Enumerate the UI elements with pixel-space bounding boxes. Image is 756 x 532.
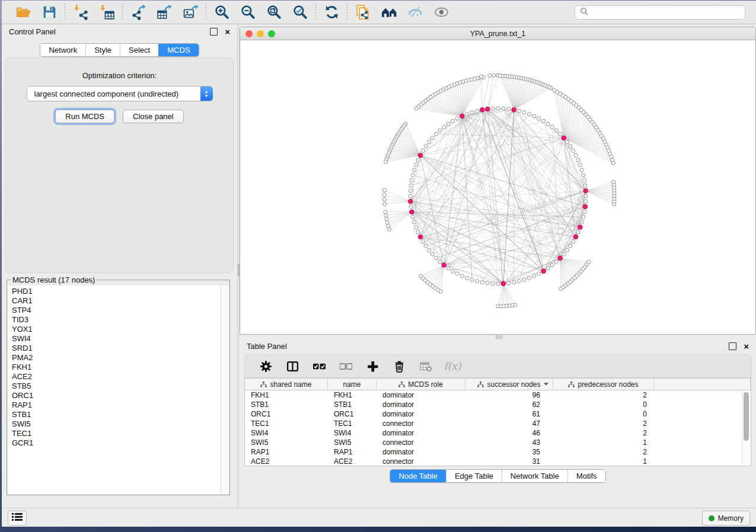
table-scrollbar-thumb[interactable] <box>744 392 749 441</box>
mcds-result-item[interactable]: SRD1 <box>12 344 221 353</box>
graphics-details-toggle-button[interactable] <box>407 4 423 21</box>
memory-button[interactable]: Memory <box>702 511 750 525</box>
mcds-result-item[interactable]: STP4 <box>12 306 221 315</box>
tab-network[interactable]: Network <box>40 44 85 56</box>
table-settings-gear-button[interactable] <box>259 360 272 373</box>
zoom-out-button[interactable] <box>240 4 256 21</box>
task-history-button[interactable] <box>8 511 27 525</box>
mcds-result-item[interactable]: STB1 <box>12 410 221 419</box>
mcds-result-item[interactable]: FKH1 <box>12 363 221 372</box>
mcds-result-item[interactable]: TID3 <box>12 315 221 325</box>
table-cell: 35 <box>465 447 553 457</box>
mcds-result-item[interactable]: TEC1 <box>12 429 221 438</box>
network-file-share-button[interactable] <box>355 4 371 21</box>
delete-columns-button[interactable] <box>393 360 406 373</box>
add-column-button[interactable] <box>366 360 379 373</box>
refresh-network-button[interactable] <box>323 4 340 21</box>
mcds-result-item[interactable]: ACE2 <box>12 372 221 382</box>
zoom-selected-button[interactable] <box>292 4 308 21</box>
mcds-result-item[interactable]: SWI5 <box>12 419 221 429</box>
column-header-predecessor-nodes[interactable]: predecessor nodes <box>553 379 654 390</box>
open-file-button[interactable] <box>15 4 31 21</box>
mcds-result-item[interactable]: GCR1 <box>12 438 221 448</box>
control-panel-header: Control Panel × <box>2 24 237 39</box>
zoom-in-button[interactable] <box>213 4 230 21</box>
table-cell: 1 <box>553 457 654 466</box>
table-row[interactable]: SWI4SWI4dominator462 <box>245 428 751 438</box>
table-scrollbar[interactable] <box>742 390 750 465</box>
tab-select[interactable]: Select <box>120 44 158 56</box>
horizontal-splitter-handle[interactable] <box>496 334 502 339</box>
table-panel: Table Panel × f(x) shared namenameMCDS r… <box>240 339 756 508</box>
optimization-criterion-select[interactable]: largest connected component (undirected)… <box>27 86 213 101</box>
tab-mcds[interactable]: MCDS <box>158 44 198 56</box>
birds-eye-view-button[interactable] <box>433 4 449 21</box>
mcds-result-item[interactable]: CAR1 <box>12 296 221 306</box>
zoom-fit-button[interactable] <box>266 4 282 21</box>
table-row[interactable]: STB1STB1dominator620 <box>245 400 751 409</box>
close-panel-icon[interactable]: × <box>225 28 230 35</box>
tab-edge-table[interactable]: Edge Table <box>446 470 502 482</box>
search-input[interactable] <box>592 8 740 17</box>
control-panel-tabbar: NetworkStyleSelectMCDS <box>2 43 237 57</box>
show-columns-icon <box>286 360 299 373</box>
network-canvas[interactable] <box>240 40 755 334</box>
deselect-all-checkboxes-button[interactable] <box>339 360 352 373</box>
right-column: YPA_prune.txt_1 Table Panel × f(x) share… <box>240 24 756 508</box>
table-row[interactable]: ORC1ORC1dominator610 <box>245 409 751 419</box>
optimization-criterion-label: Optimization criterion: <box>6 71 233 80</box>
close-panel-button[interactable]: Close panel <box>123 110 184 123</box>
mcds-result-item[interactable]: SWI4 <box>12 334 221 344</box>
table-row[interactable]: TEC1TEC1connector472 <box>245 419 751 428</box>
show-columns-button[interactable] <box>286 360 299 373</box>
double-home-button[interactable] <box>381 4 397 21</box>
mcds-result-item[interactable]: YOX1 <box>12 325 221 334</box>
search-field[interactable] <box>575 5 745 20</box>
function-builder-button: f(x) <box>446 360 459 373</box>
export-table-icon <box>157 4 173 20</box>
mcds-result-list[interactable]: PHD1CAR1STP4TID3YOX1SWI4SRD1PMA2FKH1ACE2… <box>8 286 221 494</box>
table-cell: 2 <box>553 428 654 438</box>
table-row[interactable]: FKH1FKH1dominator962 <box>245 390 751 400</box>
float-panel-icon[interactable] <box>210 28 218 36</box>
delete-table-button <box>419 360 432 373</box>
table-cell: 31 <box>465 457 553 466</box>
select-all-checkboxes-button[interactable] <box>312 360 326 373</box>
column-header-successor-nodes[interactable]: successor nodes <box>465 379 553 390</box>
table-row[interactable]: ACE2ACE2connector311 <box>245 457 751 466</box>
tab-style[interactable]: Style <box>85 44 120 56</box>
network-title: YPA_prune.txt_1 <box>240 30 755 38</box>
table-row[interactable]: SWI5SWI5connector431 <box>245 438 751 447</box>
add-column-icon <box>366 360 379 373</box>
export-network-button[interactable] <box>130 4 146 21</box>
zoom-in-icon <box>214 4 230 20</box>
memory-status-dot <box>709 515 714 521</box>
mcds-list-scrollbar[interactable] <box>221 286 229 494</box>
column-header-MCDS-role[interactable]: MCDS role <box>377 379 465 390</box>
float-table-panel-icon[interactable] <box>729 342 736 350</box>
mcds-result-item[interactable]: PHD1 <box>12 287 221 296</box>
close-table-panel-icon[interactable]: × <box>744 343 749 350</box>
tab-network-table[interactable]: Network Table <box>502 470 567 482</box>
network-window-titlebar: YPA_prune.txt_1 <box>240 27 755 40</box>
tab-node-table[interactable]: Node Table <box>390 470 446 482</box>
save-session-button[interactable] <box>41 4 58 21</box>
table-cell: ORC1 <box>245 409 328 419</box>
column-header-name[interactable]: name <box>328 379 377 390</box>
import-network-from-file-button[interactable] <box>72 4 89 21</box>
export-table-button[interactable] <box>156 4 173 21</box>
column-header-shared-name[interactable]: shared name <box>245 379 328 390</box>
export-image-button[interactable] <box>182 4 199 21</box>
run-mcds-button[interactable]: Run MCDS <box>55 110 114 123</box>
mcds-result-item[interactable]: RAP1 <box>12 400 221 410</box>
table-row[interactable]: RAP1RAP1dominator352 <box>245 447 751 457</box>
import-table-from-file-button[interactable] <box>98 4 115 21</box>
table-cell: ACE2 <box>328 457 377 466</box>
mcds-result-item[interactable]: ORC1 <box>12 391 221 400</box>
tab-motifs[interactable]: Motifs <box>567 470 605 482</box>
mcds-result-item[interactable]: STB5 <box>12 382 221 391</box>
combo-stepper-icon: ▲▼ <box>200 86 213 101</box>
mcds-result-item[interactable]: PMA2 <box>12 353 221 363</box>
table-cell <box>654 409 751 419</box>
horizontal-splitter[interactable] <box>240 334 756 339</box>
